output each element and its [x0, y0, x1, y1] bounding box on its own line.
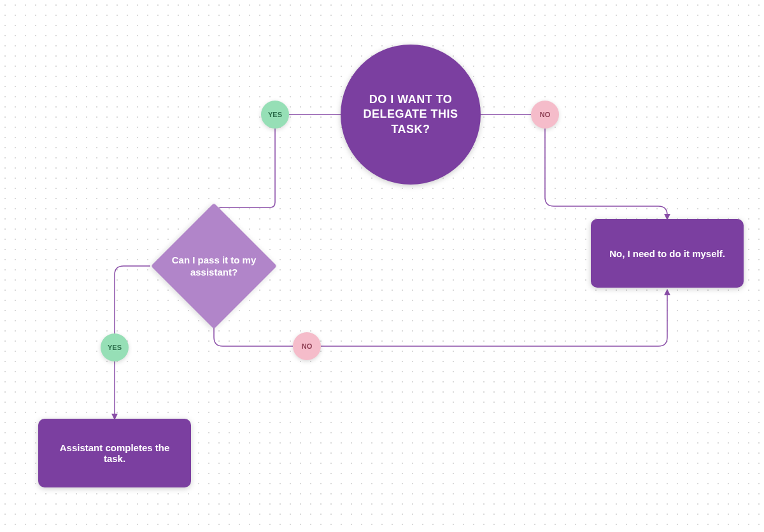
branch-no: NO — [531, 101, 559, 129]
process-a-text: Assistant completes the task. — [53, 442, 176, 464]
start-node-text: DO I WANT TO DELEGATE THIS TASK? — [353, 92, 468, 137]
decision-text: Can I pass it to my assistant? — [150, 254, 278, 279]
process-b-text: No, I need to do it myself. — [609, 248, 725, 259]
start-node: DO I WANT TO DELEGATE THIS TASK? — [341, 45, 481, 185]
branch-yes: YES — [261, 101, 289, 129]
branch-yes-label: YES — [268, 111, 282, 118]
process-do-it-myself: No, I need to do it myself. — [591, 219, 744, 288]
decision-yes: YES — [101, 333, 129, 361]
process-assistant-completes: Assistant completes the task. — [38, 419, 191, 487]
decision-yes-label: YES — [108, 344, 122, 351]
decision-node: Can I pass it to my assistant? — [150, 202, 278, 330]
decision-no-label: NO — [302, 342, 313, 350]
branch-no-label: NO — [540, 111, 551, 118]
decision-no: NO — [293, 332, 321, 360]
